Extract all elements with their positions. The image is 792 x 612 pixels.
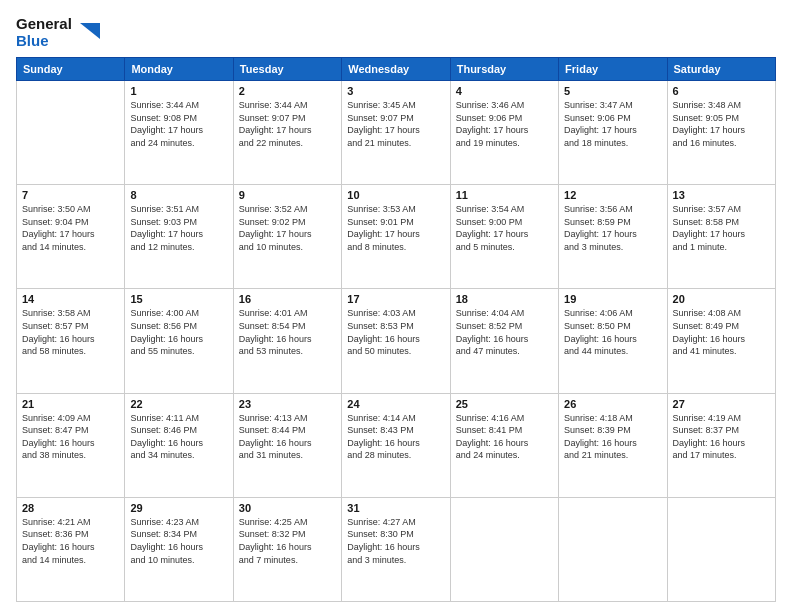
day-info: Sunrise: 3:57 AMSunset: 8:58 PMDaylight:…	[673, 203, 770, 253]
day-info: Sunrise: 4:23 AMSunset: 8:34 PMDaylight:…	[130, 516, 227, 566]
col-wednesday: Wednesday	[342, 58, 450, 81]
table-cell: 20Sunrise: 4:08 AMSunset: 8:49 PMDayligh…	[667, 289, 775, 393]
table-cell: 29Sunrise: 4:23 AMSunset: 8:34 PMDayligh…	[125, 497, 233, 601]
day-info: Sunrise: 3:52 AMSunset: 9:02 PMDaylight:…	[239, 203, 336, 253]
day-info: Sunrise: 4:25 AMSunset: 8:32 PMDaylight:…	[239, 516, 336, 566]
day-number: 31	[347, 502, 444, 514]
day-number: 7	[22, 189, 119, 201]
col-friday: Friday	[559, 58, 667, 81]
table-cell: 12Sunrise: 3:56 AMSunset: 8:59 PMDayligh…	[559, 185, 667, 289]
day-number: 18	[456, 293, 553, 305]
day-info: Sunrise: 4:16 AMSunset: 8:41 PMDaylight:…	[456, 412, 553, 462]
week-row-5: 28Sunrise: 4:21 AMSunset: 8:36 PMDayligh…	[17, 497, 776, 601]
calendar-table: Sunday Monday Tuesday Wednesday Thursday…	[16, 57, 776, 602]
day-info: Sunrise: 3:58 AMSunset: 8:57 PMDaylight:…	[22, 307, 119, 357]
table-cell: 9Sunrise: 3:52 AMSunset: 9:02 PMDaylight…	[233, 185, 341, 289]
day-info: Sunrise: 4:00 AMSunset: 8:56 PMDaylight:…	[130, 307, 227, 357]
day-number: 28	[22, 502, 119, 514]
table-cell: 7Sunrise: 3:50 AMSunset: 9:04 PMDaylight…	[17, 185, 125, 289]
table-cell: 16Sunrise: 4:01 AMSunset: 8:54 PMDayligh…	[233, 289, 341, 393]
header: General Blue	[16, 16, 776, 49]
day-number: 19	[564, 293, 661, 305]
day-info: Sunrise: 3:47 AMSunset: 9:06 PMDaylight:…	[564, 99, 661, 149]
day-number: 10	[347, 189, 444, 201]
day-number: 27	[673, 398, 770, 410]
day-number: 24	[347, 398, 444, 410]
day-info: Sunrise: 3:53 AMSunset: 9:01 PMDaylight:…	[347, 203, 444, 253]
table-cell: 19Sunrise: 4:06 AMSunset: 8:50 PMDayligh…	[559, 289, 667, 393]
day-number: 2	[239, 85, 336, 97]
table-cell: 1Sunrise: 3:44 AMSunset: 9:08 PMDaylight…	[125, 81, 233, 185]
day-number: 13	[673, 189, 770, 201]
day-number: 4	[456, 85, 553, 97]
page: General Blue Sunday Monday Tuesday Wedne…	[0, 0, 792, 612]
day-number: 1	[130, 85, 227, 97]
table-cell: 23Sunrise: 4:13 AMSunset: 8:44 PMDayligh…	[233, 393, 341, 497]
table-cell: 11Sunrise: 3:54 AMSunset: 9:00 PMDayligh…	[450, 185, 558, 289]
table-cell: 2Sunrise: 3:44 AMSunset: 9:07 PMDaylight…	[233, 81, 341, 185]
day-number: 21	[22, 398, 119, 410]
table-cell: 3Sunrise: 3:45 AMSunset: 9:07 PMDaylight…	[342, 81, 450, 185]
week-row-1: 1Sunrise: 3:44 AMSunset: 9:08 PMDaylight…	[17, 81, 776, 185]
table-cell	[559, 497, 667, 601]
day-info: Sunrise: 4:04 AMSunset: 8:52 PMDaylight:…	[456, 307, 553, 357]
day-info: Sunrise: 4:18 AMSunset: 8:39 PMDaylight:…	[564, 412, 661, 462]
day-info: Sunrise: 3:56 AMSunset: 8:59 PMDaylight:…	[564, 203, 661, 253]
day-number: 12	[564, 189, 661, 201]
day-info: Sunrise: 3:50 AMSunset: 9:04 PMDaylight:…	[22, 203, 119, 253]
week-row-2: 7Sunrise: 3:50 AMSunset: 9:04 PMDaylight…	[17, 185, 776, 289]
logo-arrow-icon	[76, 19, 104, 47]
day-info: Sunrise: 4:08 AMSunset: 8:49 PMDaylight:…	[673, 307, 770, 357]
table-cell: 18Sunrise: 4:04 AMSunset: 8:52 PMDayligh…	[450, 289, 558, 393]
day-number: 29	[130, 502, 227, 514]
table-cell: 13Sunrise: 3:57 AMSunset: 8:58 PMDayligh…	[667, 185, 775, 289]
table-cell: 21Sunrise: 4:09 AMSunset: 8:47 PMDayligh…	[17, 393, 125, 497]
logo: General Blue	[16, 16, 104, 49]
table-cell: 30Sunrise: 4:25 AMSunset: 8:32 PMDayligh…	[233, 497, 341, 601]
day-info: Sunrise: 4:03 AMSunset: 8:53 PMDaylight:…	[347, 307, 444, 357]
table-cell: 4Sunrise: 3:46 AMSunset: 9:06 PMDaylight…	[450, 81, 558, 185]
day-info: Sunrise: 4:21 AMSunset: 8:36 PMDaylight:…	[22, 516, 119, 566]
day-info: Sunrise: 4:09 AMSunset: 8:47 PMDaylight:…	[22, 412, 119, 462]
day-info: Sunrise: 4:01 AMSunset: 8:54 PMDaylight:…	[239, 307, 336, 357]
table-cell: 28Sunrise: 4:21 AMSunset: 8:36 PMDayligh…	[17, 497, 125, 601]
table-cell	[450, 497, 558, 601]
day-number: 22	[130, 398, 227, 410]
day-info: Sunrise: 3:44 AMSunset: 9:07 PMDaylight:…	[239, 99, 336, 149]
day-number: 5	[564, 85, 661, 97]
day-number: 14	[22, 293, 119, 305]
day-number: 30	[239, 502, 336, 514]
table-cell: 15Sunrise: 4:00 AMSunset: 8:56 PMDayligh…	[125, 289, 233, 393]
day-info: Sunrise: 4:06 AMSunset: 8:50 PMDaylight:…	[564, 307, 661, 357]
svg-marker-0	[80, 23, 100, 39]
day-info: Sunrise: 4:11 AMSunset: 8:46 PMDaylight:…	[130, 412, 227, 462]
col-saturday: Saturday	[667, 58, 775, 81]
day-number: 25	[456, 398, 553, 410]
day-info: Sunrise: 3:45 AMSunset: 9:07 PMDaylight:…	[347, 99, 444, 149]
table-cell: 5Sunrise: 3:47 AMSunset: 9:06 PMDaylight…	[559, 81, 667, 185]
day-number: 15	[130, 293, 227, 305]
col-monday: Monday	[125, 58, 233, 81]
table-cell: 8Sunrise: 3:51 AMSunset: 9:03 PMDaylight…	[125, 185, 233, 289]
logo-text: General Blue	[16, 16, 72, 49]
table-cell: 17Sunrise: 4:03 AMSunset: 8:53 PMDayligh…	[342, 289, 450, 393]
day-number: 9	[239, 189, 336, 201]
day-number: 3	[347, 85, 444, 97]
day-info: Sunrise: 4:14 AMSunset: 8:43 PMDaylight:…	[347, 412, 444, 462]
calendar-header-row: Sunday Monday Tuesday Wednesday Thursday…	[17, 58, 776, 81]
col-sunday: Sunday	[17, 58, 125, 81]
table-cell: 22Sunrise: 4:11 AMSunset: 8:46 PMDayligh…	[125, 393, 233, 497]
day-info: Sunrise: 4:13 AMSunset: 8:44 PMDaylight:…	[239, 412, 336, 462]
table-cell	[667, 497, 775, 601]
day-info: Sunrise: 3:54 AMSunset: 9:00 PMDaylight:…	[456, 203, 553, 253]
day-info: Sunrise: 3:44 AMSunset: 9:08 PMDaylight:…	[130, 99, 227, 149]
day-number: 26	[564, 398, 661, 410]
table-cell	[17, 81, 125, 185]
table-cell: 14Sunrise: 3:58 AMSunset: 8:57 PMDayligh…	[17, 289, 125, 393]
table-cell: 26Sunrise: 4:18 AMSunset: 8:39 PMDayligh…	[559, 393, 667, 497]
week-row-4: 21Sunrise: 4:09 AMSunset: 8:47 PMDayligh…	[17, 393, 776, 497]
table-cell: 24Sunrise: 4:14 AMSunset: 8:43 PMDayligh…	[342, 393, 450, 497]
table-cell: 6Sunrise: 3:48 AMSunset: 9:05 PMDaylight…	[667, 81, 775, 185]
table-cell: 31Sunrise: 4:27 AMSunset: 8:30 PMDayligh…	[342, 497, 450, 601]
week-row-3: 14Sunrise: 3:58 AMSunset: 8:57 PMDayligh…	[17, 289, 776, 393]
